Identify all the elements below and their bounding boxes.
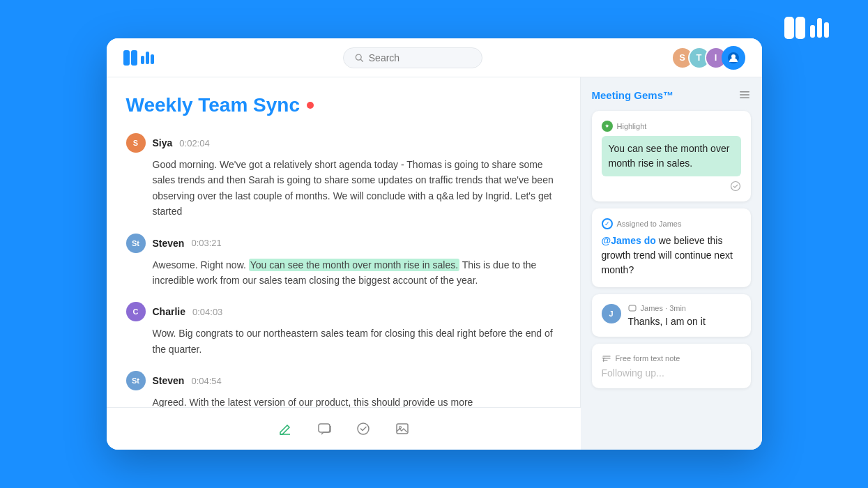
svg-point-6 <box>358 423 369 434</box>
timestamp: 0:04:54 <box>191 376 221 386</box>
reply-content: James · 3min Thanks, I am on it <box>628 304 706 327</box>
meeting-title-row: Weekly Team Sync <box>126 94 561 116</box>
speaker-name: Charlie <box>153 306 185 317</box>
reply-avatar: J <box>602 304 621 323</box>
brand-logo-large <box>784 17 829 39</box>
transcript-panel: Weekly Team Sync S Siya 0:02:04 Good mor… <box>107 77 581 407</box>
timestamp: 0:04:03 <box>192 307 222 317</box>
highlight-gem-icon: ✦ <box>602 121 613 132</box>
gem-label: ✓ Assigned to James <box>602 218 741 229</box>
svg-rect-10 <box>740 94 749 96</box>
message-block: S Siya 0:02:04 Good morning. We've got a… <box>126 133 561 220</box>
avatar: St <box>126 371 146 390</box>
avatar: St <box>126 234 146 253</box>
message-block: St Steven 0:04:54 Agreed. With the lates… <box>126 371 561 407</box>
action-gem-icon: ✓ <box>602 218 613 229</box>
reply-meta: James · 3min <box>628 304 706 313</box>
message-block: St Steven 0:03:21 Awesome. Right now. Yo… <box>126 234 561 289</box>
app-window: S T I Weekly Team Sync <box>107 38 762 450</box>
text-icon: T <box>602 353 611 363</box>
highlighted-text: You can see the month over month rise in… <box>249 259 459 271</box>
timestamp: 0:03:21 <box>191 238 221 248</box>
message-text: Awesome. Right now. You can see the mont… <box>126 257 561 289</box>
message-header: St Steven 0:04:54 <box>126 371 561 390</box>
message-text: Wow. Big congrats to our northeastern sa… <box>126 326 561 357</box>
speaker-name: Steven <box>153 238 185 249</box>
gems-header: Meeting Gems™ <box>592 89 751 101</box>
text-before: Awesome. Right now. <box>153 259 249 270</box>
avatar: S <box>126 133 146 153</box>
app-header: S T I <box>107 38 762 77</box>
gem-label: ✦ Highlight <box>602 121 741 132</box>
message-block: C Charlie 0:04:03 Wow. Big congrats to o… <box>126 302 561 357</box>
svg-point-12 <box>731 182 740 191</box>
svg-text:T: T <box>602 356 606 363</box>
highlight-button[interactable] <box>274 418 296 440</box>
gems-panel: Meeting Gems™ ✦ Highlight You can see th… <box>581 77 762 450</box>
comment-button[interactable] <box>313 418 335 440</box>
svg-rect-7 <box>397 424 408 434</box>
avatar-active <box>722 46 745 70</box>
reply-icon <box>628 305 637 313</box>
note-placeholder[interactable]: Following up... <box>602 367 741 379</box>
search-input[interactable] <box>369 52 471 63</box>
svg-point-8 <box>399 427 401 429</box>
gems-title: Meeting Gems™ <box>592 89 674 101</box>
message-text: Good morning. We've got a relatively sho… <box>126 157 561 220</box>
message-header: C Charlie 0:04:03 <box>126 302 561 321</box>
app-body: Weekly Team Sync S Siya 0:02:04 Good mor… <box>107 77 762 450</box>
avatar: C <box>126 302 146 321</box>
header-logo <box>123 50 154 66</box>
gems-menu-button[interactable] <box>738 89 751 101</box>
search-bar[interactable] <box>343 47 482 68</box>
transcript-toolbar <box>107 407 581 450</box>
gem-highlight-text: You can see the month over month rise in… <box>602 136 741 176</box>
otter-logo-top <box>784 17 829 39</box>
note-label: T Free form text note <box>602 353 741 363</box>
timestamp: 0:02:04 <box>179 138 209 148</box>
header-avatars: S T I <box>671 46 745 70</box>
live-indicator <box>307 102 314 109</box>
svg-line-1 <box>360 59 363 61</box>
speaker-name: Steven <box>153 375 185 386</box>
meeting-title: Weekly Team Sync <box>126 94 300 116</box>
svg-rect-11 <box>740 98 749 99</box>
image-button[interactable] <box>391 418 413 440</box>
message-text: Agreed. With the latest version of our p… <box>126 395 561 407</box>
action-button[interactable] <box>352 418 374 440</box>
message-header: St Steven 0:03:21 <box>126 234 561 253</box>
gem-reply-card: J James · 3min Thanks, I am on it <box>592 294 751 337</box>
reply-text: Thanks, I am on it <box>628 316 706 327</box>
gem-note-card[interactable]: T Free form text note Following up... <box>592 344 751 388</box>
search-icon <box>355 53 363 63</box>
svg-rect-13 <box>629 305 636 311</box>
gem-action-text: @James do we believe this growth trend w… <box>602 234 741 277</box>
gem-highlight-card: ✦ Highlight You can see the month over m… <box>592 111 751 201</box>
svg-rect-9 <box>740 91 749 93</box>
speaker-name: Siya <box>153 137 173 148</box>
gem-action-card: ✓ Assigned to James @James do we believe… <box>592 208 751 287</box>
svg-rect-5 <box>319 424 330 432</box>
message-header: S Siya 0:02:04 <box>126 133 561 153</box>
checkmark-icon <box>730 181 741 192</box>
mention-text: @James do <box>602 235 656 246</box>
